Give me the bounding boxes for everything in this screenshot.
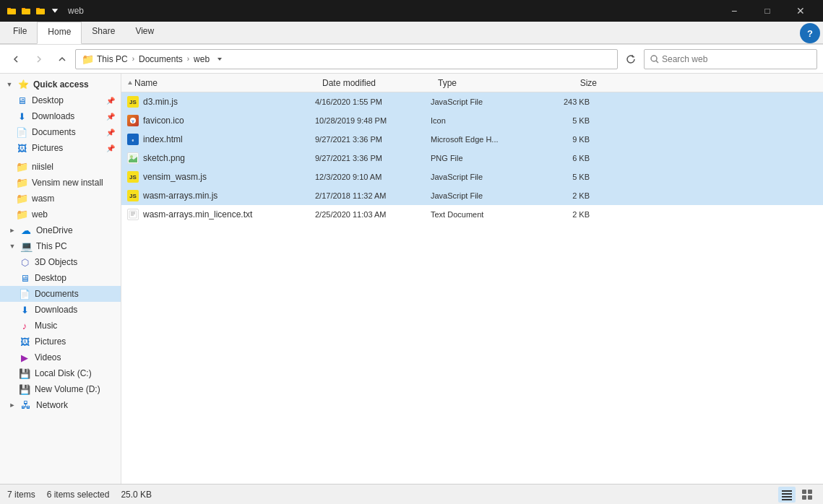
expand-network[interactable]: ► xyxy=(9,401,16,409)
maximize-button[interactable]: □ xyxy=(751,0,784,22)
videos-icon: ▶ xyxy=(19,352,30,363)
close-button[interactable]: ✕ xyxy=(784,0,817,22)
music-label: Music xyxy=(35,321,57,331)
file-row-wasmmin[interactable]: JS wasm-arrays.min.js 2/17/2018 11:32 AM… xyxy=(121,186,823,205)
sidebar-item-music[interactable]: ♪ Music xyxy=(0,318,121,334)
expand-onedrive[interactable]: ► xyxy=(9,227,16,234)
svg-rect-2 xyxy=(22,9,30,14)
address-dropdown-button[interactable] xyxy=(212,49,227,69)
back-button[interactable] xyxy=(6,49,26,69)
file-row-d3min[interactable]: JS d3.min.js 4/16/2020 1:55 PM JavaScrip… xyxy=(121,92,823,111)
documents-qa-icon: 📄 xyxy=(16,126,27,138)
network-icon: 🖧 xyxy=(20,399,32,411)
selected-count: 6 items selected xyxy=(47,490,110,500)
svg-rect-0 xyxy=(7,9,16,14)
sidebar-item-quick-access[interactable]: ▼ ⭐ Quick access xyxy=(0,77,121,92)
sidebar-item-downloads-qa[interactable]: ⬇ Downloads 📌 xyxy=(0,108,121,124)
breadcrumb-thispc[interactable]: This PC xyxy=(97,54,128,64)
sidebar-item-vensim-install[interactable]: 📁 Vensim new install xyxy=(0,175,121,191)
file-date-vensimwasm: 12/3/2020 9:10 AM xyxy=(315,173,431,181)
details-view-button[interactable] xyxy=(778,487,796,503)
vensim-install-icon: 📁 xyxy=(16,177,27,188)
newvolume-label: New Volume (D:) xyxy=(35,384,100,394)
sidebar-item-pictures-pc[interactable]: 🖼 Pictures xyxy=(0,334,121,349)
minimize-button[interactable]: − xyxy=(718,0,751,22)
sidebar-item-thispc[interactable]: ▼ 💻 This PC xyxy=(0,238,121,254)
file-row-indexhtml[interactable]: e index.html 9/27/2021 3:36 PM Microsoft… xyxy=(121,130,823,149)
js-icon-wasmmin: JS xyxy=(127,190,139,201)
file-type-indexhtml: Microsoft Edge H... xyxy=(431,135,532,144)
file-row-favicon[interactable]: V favicon.ico 10/28/2019 9:48 PM Icon 5 … xyxy=(121,111,823,130)
file-name-d3min: JS d3.min.js xyxy=(127,96,315,108)
file-name-vensimwasm: JS vensim_wasm.js xyxy=(127,171,315,183)
downloads-pc-label: Downloads xyxy=(35,305,77,315)
pin-icon-desktop: 📌 xyxy=(106,97,115,105)
sidebar-item-network[interactable]: ► 🖧 Network xyxy=(0,397,121,413)
txt-icon-wasmlicence xyxy=(127,209,139,220)
sidebar-item-videos[interactable]: ▶ Videos xyxy=(0,349,121,365)
sidebar-item-newvolume[interactable]: 💾 New Volume (D:) xyxy=(0,381,121,397)
expand-thispc[interactable]: ▼ xyxy=(9,243,16,250)
pictures-pc-icon: 🖼 xyxy=(19,336,30,347)
refresh-button[interactable] xyxy=(621,49,641,69)
sidebar-item-niislel[interactable]: 📁 niislel xyxy=(0,159,121,175)
pin-icon-downloads: 📌 xyxy=(106,113,115,121)
pictures-qa-label: Pictures xyxy=(32,143,63,153)
svg-marker-6 xyxy=(52,9,58,13)
svg-line-9 xyxy=(656,61,658,63)
tab-view[interactable]: View xyxy=(125,22,164,43)
sidebar-item-downloads-pc[interactable]: ⬇ Downloads xyxy=(0,302,121,318)
sidebar-item-desktop-pc[interactable]: 🖥 Desktop xyxy=(0,270,121,286)
localdisk-label: Local Disk (C:) xyxy=(35,368,92,378)
status-bar: 7 items 6 items selected 25.0 KB xyxy=(0,484,823,504)
col-header-name[interactable]: Name xyxy=(134,78,322,88)
address-folder-icon: 📁 xyxy=(82,53,94,65)
sidebar-item-documents-pc[interactable]: 📄 Documents xyxy=(0,286,121,302)
sidebar-item-3dobjects[interactable]: ⬡ 3D Objects xyxy=(0,254,121,270)
file-date-wasmmin: 2/17/2018 11:32 AM xyxy=(315,191,431,200)
file-size-sketchpng: 6 KB xyxy=(532,154,590,162)
file-row-wasmlicence[interactable]: wasm-arrays.min_licence.txt 2/25/2020 11… xyxy=(121,205,823,224)
address-box[interactable]: 📁 This PC › Documents › web xyxy=(75,49,618,69)
col-header-date[interactable]: Date modified xyxy=(322,78,438,88)
titlebar-dropdown-icon[interactable] xyxy=(49,5,61,17)
large-icons-view-button[interactable] xyxy=(798,487,816,503)
ico-icon-favicon: V xyxy=(127,115,139,126)
breadcrumb-documents[interactable]: Documents xyxy=(139,54,183,64)
help-button[interactable]: ? xyxy=(800,23,820,43)
file-date-wasmlicence: 2/25/2020 11:03 AM xyxy=(315,210,431,219)
svg-rect-26 xyxy=(802,495,806,500)
sidebar-item-pictures-qa[interactable]: 🖼 Pictures 📌 xyxy=(0,140,121,156)
window-controls[interactable]: − □ ✕ xyxy=(718,0,817,22)
forward-button[interactable] xyxy=(29,49,49,69)
col-header-size[interactable]: Size xyxy=(539,78,597,88)
html-icon-index: e xyxy=(127,134,139,145)
sidebar-item-web[interactable]: 📁 web xyxy=(0,207,121,222)
file-list: JS d3.min.js 4/16/2020 1:55 PM JavaScrip… xyxy=(121,92,823,484)
svg-rect-21 xyxy=(782,493,792,495)
up-button[interactable] xyxy=(52,49,72,69)
tab-file[interactable]: File xyxy=(3,22,37,43)
file-column-header: Name Date modified Type Size xyxy=(121,74,823,92)
col-header-type[interactable]: Type xyxy=(438,78,539,88)
sidebar-item-localdisk[interactable]: 💾 Local Disk (C:) xyxy=(0,365,121,381)
tab-home[interactable]: Home xyxy=(37,22,82,44)
svg-rect-20 xyxy=(782,490,792,492)
file-row-vensimwasm[interactable]: JS vensim_wasm.js 12/3/2020 9:10 AM Java… xyxy=(121,168,823,186)
titlebar-folder-icon-1 xyxy=(6,5,17,17)
tab-share[interactable]: Share xyxy=(82,22,125,43)
search-box[interactable] xyxy=(644,49,817,69)
sidebar-item-desktop-qa[interactable]: 🖥 Desktop 📌 xyxy=(0,92,121,108)
breadcrumb-sep-1: › xyxy=(132,55,134,63)
sidebar-item-documents-qa[interactable]: 📄 Documents 📌 xyxy=(0,124,121,140)
expand-quick-access[interactable]: ▼ xyxy=(6,81,13,88)
network-label: Network xyxy=(36,400,68,410)
file-row-sketchpng[interactable]: sketch.png 9/27/2021 3:36 PM PNG File 6 … xyxy=(121,149,823,168)
wasm-label: wasm xyxy=(32,194,54,204)
sidebar-item-wasm[interactable]: 📁 wasm xyxy=(0,191,121,207)
sidebar-item-onedrive[interactable]: ► ☁ OneDrive xyxy=(0,222,121,238)
breadcrumb-sep-2: › xyxy=(187,55,189,63)
breadcrumb-web[interactable]: web xyxy=(194,54,210,64)
documents-pc-label: Documents xyxy=(35,289,79,299)
search-input[interactable] xyxy=(662,54,811,64)
